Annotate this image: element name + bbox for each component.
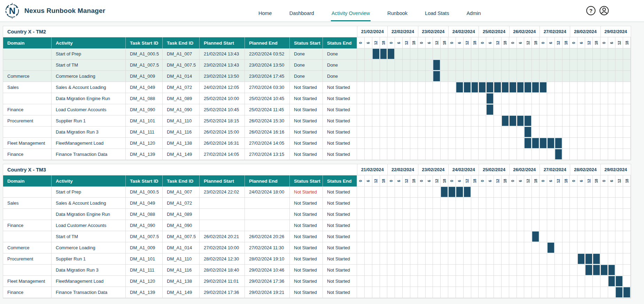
gantt-cell bbox=[502, 127, 509, 138]
gantt-cell bbox=[577, 187, 585, 198]
row-cell-domain: Finance bbox=[3, 220, 52, 231]
gantt-cell bbox=[532, 187, 540, 198]
row-cell-activity: Commerce Loading bbox=[52, 242, 126, 253]
gantt-cell bbox=[448, 149, 456, 160]
hour-label-text: 6 bbox=[427, 180, 431, 182]
gantt-cell bbox=[418, 220, 426, 231]
gantt-cell bbox=[418, 104, 426, 115]
gantt-cell bbox=[608, 265, 616, 276]
nav-item-home[interactable]: Home bbox=[258, 0, 273, 21]
gantt-cell bbox=[357, 60, 365, 71]
nav-item-admin[interactable]: Admin bbox=[466, 0, 481, 21]
nav-item-dashboard[interactable]: Dashboard bbox=[289, 0, 315, 21]
timeline-hour-label: 18 bbox=[623, 175, 631, 187]
nav-item-load-stats[interactable]: Load Stats bbox=[424, 0, 450, 21]
gantt-cell bbox=[502, 71, 509, 82]
timeline-hour-label: 12 bbox=[555, 175, 562, 187]
gantt-cell bbox=[502, 48, 509, 60]
gantt-cell bbox=[615, 287, 623, 298]
row-cell-status_start: Not Started bbox=[290, 209, 323, 220]
row-cell-task_start_id: DM_A1_049 bbox=[126, 82, 163, 93]
gantt-cell bbox=[547, 104, 555, 115]
gantt-cell bbox=[372, 149, 380, 160]
gantt-cell bbox=[372, 242, 380, 253]
user-icon[interactable] bbox=[599, 6, 609, 16]
timeline-hour-label: 12 bbox=[372, 37, 380, 48]
gantt-cell bbox=[593, 276, 600, 287]
gantt-cell bbox=[600, 127, 608, 138]
gantt-cell bbox=[403, 82, 410, 93]
gantt-cell bbox=[615, 60, 623, 71]
gantt-cell bbox=[615, 220, 623, 231]
hour-label-text: 0 bbox=[419, 180, 424, 182]
row-cell-task_end_id: DM_A1_089 bbox=[163, 93, 200, 104]
gantt-cell bbox=[403, 276, 410, 287]
gantt-cell bbox=[387, 198, 395, 209]
gantt-cell bbox=[593, 242, 600, 253]
timeline-date-header: 23/02/2024 bbox=[418, 26, 448, 37]
gantt-cell bbox=[608, 253, 616, 265]
gantt-cell bbox=[464, 48, 471, 60]
nav-item-runbook[interactable]: Runbook bbox=[387, 0, 408, 21]
gantt-cell bbox=[380, 104, 388, 115]
gantt-cell bbox=[441, 127, 448, 138]
gantt-cell bbox=[532, 231, 540, 242]
gantt-cell bbox=[547, 71, 555, 82]
gantt-bar-segment bbox=[585, 265, 592, 275]
gantt-cell bbox=[365, 198, 372, 209]
timeline-hour-label: 0 bbox=[570, 175, 577, 187]
gantt-cell bbox=[562, 48, 570, 60]
hour-label-text: 0 bbox=[511, 180, 515, 182]
gantt-cell bbox=[570, 149, 577, 160]
gantt-cell bbox=[471, 253, 479, 265]
gantt-cell bbox=[608, 93, 616, 104]
gantt-bar-segment bbox=[456, 187, 463, 197]
gantt-cell bbox=[555, 231, 562, 242]
gantt-cell bbox=[357, 231, 365, 242]
row-cell-planned_start: 28/02/2024 18:40 bbox=[200, 265, 245, 276]
hour-label-text: 6 bbox=[366, 180, 370, 182]
gantt-cell bbox=[517, 138, 525, 149]
row-cell-task_end_id: DM_A1_072 bbox=[163, 198, 200, 209]
gantt-cell bbox=[357, 265, 365, 276]
gantt-cell bbox=[585, 209, 593, 220]
gantt-bar-segment bbox=[623, 287, 630, 297]
gantt-bar-segment bbox=[548, 243, 554, 253]
gantt-cell bbox=[486, 220, 494, 231]
gantt-cell bbox=[540, 93, 547, 104]
row-cell-status_end: Not Started bbox=[323, 276, 357, 287]
row-cell-activity: Data Migration Engine Run bbox=[52, 93, 126, 104]
hour-label-text: 6 bbox=[549, 42, 553, 44]
gantt-cell bbox=[471, 187, 479, 198]
row-cell-domain bbox=[3, 209, 52, 220]
nav-item-activity-overview[interactable]: Activity Overview bbox=[331, 0, 371, 21]
gantt-cell bbox=[555, 265, 562, 276]
gantt-cell bbox=[600, 48, 608, 60]
gantt-cell bbox=[464, 93, 471, 104]
row-cell-status_start: Not Started bbox=[290, 265, 323, 276]
hour-label-text: 12 bbox=[435, 179, 439, 183]
gantt-cell bbox=[532, 149, 540, 160]
gantt-cell bbox=[585, 287, 593, 298]
gantt-cell bbox=[456, 93, 464, 104]
timeline-hour-label: 6 bbox=[517, 37, 525, 48]
row-cell-domain bbox=[3, 60, 52, 71]
row-cell-task_start_id: DM_A1_101 bbox=[126, 253, 163, 265]
row-cell-domain: Finance bbox=[3, 104, 52, 115]
gantt-cell bbox=[585, 242, 593, 253]
gantt-cell bbox=[380, 138, 388, 149]
timeline-hour-label: 0 bbox=[540, 37, 547, 48]
gantt-cell bbox=[517, 231, 525, 242]
gantt-cell bbox=[547, 48, 555, 60]
timeline-hour-label: 12 bbox=[403, 37, 410, 48]
gantt-cell bbox=[593, 265, 600, 276]
timeline-hour-label: 6 bbox=[577, 175, 585, 187]
row-cell-task_start_id: DM_A1_120 bbox=[126, 138, 163, 149]
help-icon[interactable]: ? bbox=[586, 6, 596, 16]
gantt-bar-segment bbox=[517, 116, 524, 126]
hour-label-text: 12 bbox=[587, 179, 591, 183]
gantt-cell bbox=[547, 220, 555, 231]
timeline-hour-label: 18 bbox=[623, 37, 631, 48]
gantt-cell bbox=[426, 209, 433, 220]
column-header: Task Start ID bbox=[126, 37, 163, 48]
